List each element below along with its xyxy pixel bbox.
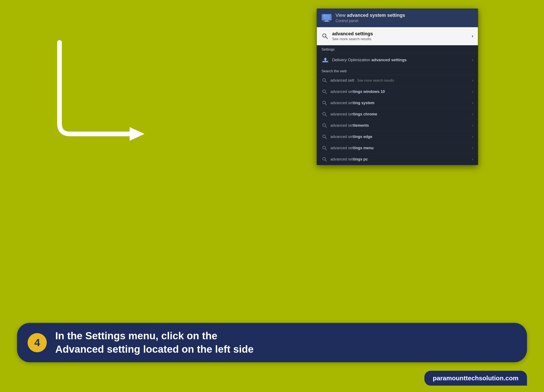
svg-line-7 [325, 37, 327, 39]
chevron-icon: › [472, 157, 473, 161]
chevron-icon: › [472, 112, 473, 116]
control-panel-text: View advanced system settings Control pa… [336, 12, 405, 23]
arrow-graphic [47, 25, 166, 145]
computer-icon [321, 14, 332, 22]
chevron-icon: › [472, 135, 473, 139]
web-item-text: advanced settlements [331, 123, 469, 128]
svg-marker-9 [324, 57, 327, 61]
step-number: 4 [28, 333, 47, 352]
delivery-icon [321, 56, 329, 64]
web-item-3[interactable]: advanced setting system › [317, 97, 478, 109]
chevron-icon: › [472, 58, 473, 62]
svg-rect-3 [325, 20, 328, 21]
web-item-text: advanced settings windows 10 [331, 89, 469, 94]
web-item-text: advanced settings chrome [331, 112, 469, 117]
svg-rect-10 [323, 61, 324, 62]
web-item-5[interactable]: advanced settlements › [317, 120, 478, 131]
search-item-text: advanced settings See more search result… [332, 31, 468, 41]
svg-line-22 [325, 126, 327, 128]
web-item-text: advanced settings menu [331, 146, 469, 150]
search-icon [321, 100, 327, 106]
web-item-text: advanced setting system [331, 101, 469, 105]
svg-line-28 [325, 160, 327, 161]
svg-line-20 [325, 115, 327, 116]
search-dropdown: View advanced system settings Control pa… [317, 8, 478, 165]
web-item-4[interactable]: advanced settings chrome › [317, 109, 478, 120]
svg-rect-5 [324, 15, 325, 16]
web-item-7[interactable]: advanced settings menu › [317, 143, 478, 154]
chevron-icon: › [472, 78, 473, 82]
search-title: advanced settings [332, 31, 468, 36]
watermark: paramounttechsolution.com [424, 371, 527, 386]
settings-section-header: Settings [317, 45, 478, 53]
control-panel-item[interactable]: View advanced system settings Control pa… [317, 9, 478, 27]
delivery-bold: advanced settings [372, 58, 407, 62]
svg-rect-4 [324, 21, 330, 22]
instruction-text: In the Settings menu, click on the Advan… [55, 329, 254, 356]
svg-line-26 [325, 148, 327, 150]
svg-line-14 [325, 81, 327, 83]
subtitle: Control panel [336, 19, 405, 23]
svg-line-16 [325, 92, 327, 94]
advanced-settings-item[interactable]: advanced settings See more search result… [317, 27, 478, 45]
svg-line-24 [325, 137, 327, 139]
web-item-1[interactable]: advanced sett · See more search results … [317, 75, 478, 86]
search-icon [321, 77, 327, 83]
web-item-6[interactable]: advanced settings edge › [317, 131, 478, 143]
delivery-optimization-item[interactable]: Delivery Optimization advanced settings … [317, 53, 478, 67]
instruction-line1: In the Settings menu, click on the [55, 329, 254, 343]
svg-line-18 [325, 104, 327, 105]
chevron-icon: › [472, 90, 473, 94]
search-icon [321, 33, 328, 40]
search-icon [321, 122, 327, 128]
web-item-2[interactable]: advanced settings windows 10 › [317, 86, 478, 97]
web-item-8[interactable]: advanced settings pc › [317, 154, 478, 165]
web-item-text: advanced sett · See more search results [331, 78, 469, 83]
instruction-line2: Advanced setting located on the left sid… [55, 343, 254, 356]
search-icon [321, 111, 327, 117]
web-item-text: advanced settings edge [331, 135, 469, 139]
title-prefix: View [336, 12, 347, 18]
search-icon [321, 156, 327, 162]
svg-marker-0 [130, 127, 144, 141]
chevron-icon: › [472, 124, 473, 127]
svg-rect-11 [325, 61, 326, 62]
search-subtitle: See more search results [332, 37, 468, 41]
delivery-prefix: Delivery Optimization [332, 58, 372, 62]
chevron-icon: › [472, 33, 473, 39]
instruction-banner: 4 In the Settings menu, click on the Adv… [17, 323, 527, 362]
title-bold: advanced system settings [347, 12, 405, 18]
web-section-header: Search the web [317, 67, 478, 75]
chevron-icon: › [472, 146, 473, 150]
search-icon [321, 89, 327, 95]
chevron-icon: › [472, 101, 473, 105]
search-icon [321, 145, 327, 151]
svg-rect-12 [326, 61, 327, 62]
search-icon [321, 134, 327, 140]
web-item-text: advanced settings pc [331, 157, 469, 161]
delivery-text: Delivery Optimization advanced settings [332, 58, 469, 62]
